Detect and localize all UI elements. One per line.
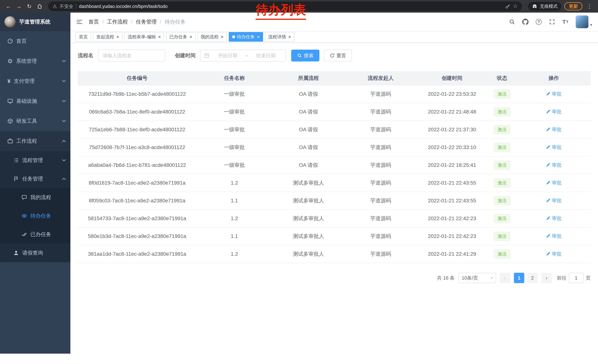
start-date-placeholder: 开始日期	[212, 52, 244, 59]
status-badge: 激活	[494, 143, 510, 152]
approve-link[interactable]: 审批	[546, 91, 562, 97]
starter-cell: 芋道源码	[345, 227, 417, 245]
sidebar-item-system[interactable]: ⚙系统管理	[0, 51, 70, 71]
tab-my-process[interactable]: 我的流程×	[198, 32, 227, 42]
action-cell: 审批	[517, 174, 590, 192]
refresh-icon	[330, 53, 335, 58]
status-cell: 激活	[487, 192, 517, 210]
home-icon	[37, 3, 43, 9]
filter-bar: 流程名 创建时间 开始日期 - 结束日期 搜索 重置	[78, 50, 590, 61]
approve-label: 审批	[552, 215, 562, 222]
approve-label: 审批	[552, 91, 562, 97]
close-icon[interactable]: ×	[288, 34, 291, 40]
time-cell: 2022-01-21 22:41:29	[417, 245, 487, 263]
search-button[interactable]: 搜索	[291, 50, 319, 61]
sidebar-item-payment[interactable]: ¥支付管理	[0, 71, 70, 91]
sidebar-item-devtools[interactable]: 研发工具	[0, 111, 70, 131]
status-cell: 激活	[487, 103, 517, 121]
close-icon[interactable]: ×	[257, 34, 260, 40]
bottom-gap	[0, 354, 598, 364]
user-menu[interactable]: ▾	[575, 13, 592, 31]
breadcrumb-item[interactable]: 任务管理	[136, 18, 157, 25]
tab-done-tasks[interactable]: 已办任务×	[166, 32, 195, 42]
approve-link[interactable]: 审批	[546, 162, 562, 168]
tab-process-detail[interactable]: 流程详情×	[265, 32, 294, 42]
approve-link[interactable]: 审批	[546, 197, 562, 204]
action-cell: 审批	[517, 103, 590, 121]
page-button-2[interactable]: 2	[527, 273, 538, 283]
action-cell: 审批	[517, 227, 590, 245]
font-size-icon[interactable]: TT	[559, 13, 572, 31]
breadcrumb-item[interactable]: 首页	[89, 18, 99, 25]
page-size-select[interactable]: 10条/页 ▾	[458, 273, 496, 283]
help-icon[interactable]: ?	[532, 13, 545, 31]
approve-link[interactable]: 审批	[546, 144, 562, 151]
github-icon[interactable]	[519, 13, 532, 31]
approve-link[interactable]: 审批	[546, 251, 562, 257]
approve-label: 审批	[552, 251, 562, 257]
update-button[interactable]: 更新	[564, 2, 582, 10]
sidebar-item-process-management[interactable]: 流程管理	[0, 151, 70, 170]
sidebar-item-label: 研发工具	[16, 118, 37, 125]
sidebar-item-task-management[interactable]: 任务管理	[0, 170, 70, 188]
tab-label: 首页	[79, 34, 88, 40]
time-cell: 2022-01-22 21:48:48	[417, 103, 487, 121]
tab-todo-tasks[interactable]: 待办任务×	[229, 32, 263, 42]
sidebar-item-workflow[interactable]: 工作流程	[0, 131, 70, 151]
close-icon[interactable]: ×	[116, 34, 119, 40]
pagination: 共 16 条 10条/页 ▾ ‹ 12 › 前往 页	[78, 273, 590, 283]
fullscreen-icon[interactable]	[546, 13, 558, 31]
tab-home[interactable]: 首页	[75, 32, 91, 42]
close-icon[interactable]: ×	[158, 34, 161, 40]
date-range-picker[interactable]: 开始日期 - 结束日期	[200, 50, 286, 61]
tab-start-process[interactable]: 发起流程×	[93, 32, 123, 42]
close-icon[interactable]: ×	[189, 34, 192, 40]
approve-link[interactable]: 审批	[546, 126, 562, 133]
key-icon[interactable]	[505, 4, 510, 9]
reset-button[interactable]: 重置	[324, 50, 352, 61]
table-row: 58154733-7ac8-11ec-a9e2-a2380e71991a1.2测…	[78, 210, 590, 227]
task-name-cell: 1.1	[196, 192, 272, 210]
tab-label: 发起流程	[96, 34, 114, 40]
sidebar-item-todo-tasks[interactable]: 待办任务	[0, 207, 70, 225]
table-row: 069c6a63-7b8a-11ec-8ef0-acde48001122一级审批…	[78, 103, 590, 121]
next-page-button[interactable]: ›	[541, 273, 552, 283]
back-button[interactable]: ←	[4, 1, 13, 11]
reload-button[interactable]: ↻	[25, 1, 34, 11]
sidebar-item-home[interactable]: 首页	[0, 31, 70, 51]
home-button[interactable]	[35, 1, 44, 11]
approve-link[interactable]: 审批	[546, 233, 562, 239]
sidebar-item-label: 已办任务	[30, 231, 51, 238]
gear-icon: ⚙	[8, 58, 13, 64]
approve-link[interactable]: 审批	[546, 108, 562, 115]
goto-page-input[interactable]	[569, 273, 583, 283]
approve-link[interactable]: 审批	[546, 180, 562, 186]
page-button-1[interactable]: 1	[514, 273, 524, 283]
bookmark-star-icon[interactable]: ☆	[513, 4, 518, 9]
close-icon[interactable]: ×	[221, 34, 224, 40]
avatar[interactable]	[575, 15, 589, 29]
flag-icon	[13, 176, 19, 182]
task-name-cell: 1.1	[196, 227, 272, 245]
sidebar-item-my-process[interactable]: 我的流程	[0, 188, 70, 207]
breadcrumb-item[interactable]: 工作流程	[107, 18, 128, 25]
logo-avatar	[4, 16, 16, 27]
sidebar-item-leave-query[interactable]: 请假查询	[0, 244, 70, 262]
sidebar-item-infrastructure[interactable]: 基础设施	[0, 91, 70, 111]
status-cell: 激活	[487, 174, 517, 192]
search-icon[interactable]	[506, 13, 518, 31]
approve-link[interactable]: 审批	[546, 215, 562, 222]
incognito-icon	[532, 4, 538, 8]
sidebar-item-done-tasks[interactable]: 已办任务	[0, 225, 70, 244]
process-name-input[interactable]	[98, 50, 165, 61]
hamburger-icon[interactable]	[76, 19, 83, 24]
prev-page-button[interactable]: ‹	[500, 273, 510, 283]
forward-button[interactable]: →	[14, 1, 24, 11]
menu-dots-icon[interactable]: ⋮	[585, 1, 594, 11]
sidebar-logo[interactable]: 芋道管理系统	[0, 13, 70, 31]
tab-form-edit[interactable]: 流程表单-编辑×	[124, 32, 164, 42]
page-content: 流程名 创建时间 开始日期 - 结束日期 搜索 重置	[70, 43, 598, 354]
action-cell: 审批	[517, 156, 590, 174]
status-badge: 激活	[494, 107, 510, 116]
task-id-cell: 75d72608-7b7f-11ec-a3c8-acde48001122	[78, 138, 196, 156]
